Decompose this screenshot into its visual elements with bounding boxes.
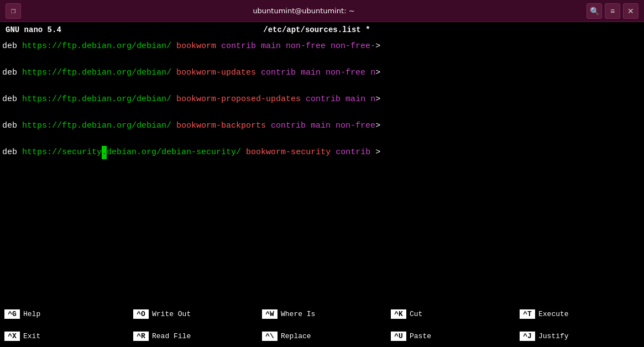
shortcut-label: Read File xyxy=(152,332,191,340)
text-span: > xyxy=(375,93,380,106)
editor-line: deb https://ftp.debian.org/debian/ bookw… xyxy=(0,66,644,80)
close-icon: ✕ xyxy=(627,7,634,15)
text-span: deb xyxy=(2,119,22,133)
text-span: debian.org/debian-security/ xyxy=(107,146,241,159)
nano-version: GNU nano 5.4 xyxy=(6,25,61,34)
shortcut-label: Replace xyxy=(281,332,311,340)
text-span: contrib main non-free n xyxy=(256,66,375,80)
shortcut-item[interactable]: ^\Replace xyxy=(258,325,386,347)
window-title: ubuntumint@ubuntumint: ~ xyxy=(21,7,587,15)
titlebar-controls: 🔍 ≡ ✕ xyxy=(587,3,638,19)
shortcut-key: ^G xyxy=(4,309,20,319)
shortcut-label: Execute xyxy=(538,310,569,318)
text-span: deb xyxy=(2,93,22,106)
text-span: contrib main non-free xyxy=(266,119,375,133)
shortcut-item[interactable]: ^OWrite Out xyxy=(129,303,258,325)
close-button[interactable]: ✕ xyxy=(623,3,638,19)
shortcut-label: Paste xyxy=(410,332,431,340)
maximize-button[interactable]: ❐ xyxy=(6,3,21,19)
text-span: > xyxy=(375,66,380,80)
text-span: contrib main n xyxy=(301,93,375,106)
titlebar-left: ❐ xyxy=(6,3,21,19)
editor-line xyxy=(0,106,644,119)
search-icon: 🔍 xyxy=(590,7,599,15)
editor-area[interactable]: deb https://ftp.debian.org/debian/ bookw… xyxy=(0,38,644,303)
shortcut-item[interactable]: ^RRead File xyxy=(129,325,258,347)
statusbar: ^GHelp^OWrite Out^WWhere Is^KCut^TExecut… xyxy=(0,303,644,347)
text-span: bookworm-proposed-updates xyxy=(171,93,301,106)
shortcut-label: Cut xyxy=(410,310,422,318)
shortcut-key: ^\ xyxy=(262,332,278,341)
shortcut-item[interactable]: ^UPaste xyxy=(386,325,515,347)
shortcut-item[interactable]: ^KCut xyxy=(386,303,515,325)
text-span: . xyxy=(102,146,107,159)
text-span: bookworm-security xyxy=(241,146,331,159)
shortcut-label: Write Out xyxy=(152,310,191,318)
maximize-icon: ❐ xyxy=(11,6,15,15)
titlebar: ❐ ubuntumint@ubuntumint: ~ 🔍 ≡ ✕ xyxy=(0,0,644,22)
shortcut-label: Help xyxy=(23,310,40,318)
menu-icon: ≡ xyxy=(610,7,615,15)
editor-line: deb https://ftp.debian.org/debian/ bookw… xyxy=(0,93,644,106)
text-span: > xyxy=(375,146,380,159)
shortcut-label: Justify xyxy=(538,332,569,340)
editor-line: deb https://ftp.debian.org/debian/ bookw… xyxy=(0,119,644,133)
search-button[interactable]: 🔍 xyxy=(587,3,602,19)
shortcut-key: ^X xyxy=(4,332,20,341)
editor-line xyxy=(0,53,644,66)
shortcut-key: ^R xyxy=(133,332,149,341)
shortcut-key: ^T xyxy=(520,309,535,319)
editor-line: deb https://ftp.debian.org/debian/ bookw… xyxy=(0,40,644,53)
shortcut-key: ^W xyxy=(262,309,278,319)
nano-header: GNU nano 5.4 /etc/apt/sources.list * xyxy=(0,22,644,38)
text-span: contrib main non-free non-free- xyxy=(216,40,375,53)
editor-line: deb https://security.debian.org/debian-s… xyxy=(0,146,644,159)
text-span: bookworm xyxy=(171,40,216,53)
text-span: https://ftp.debian.org/debian/ xyxy=(22,93,171,106)
text-span: > xyxy=(375,119,380,133)
text-span: > xyxy=(375,40,380,53)
shortcut-item[interactable]: ^XExit xyxy=(0,325,129,347)
text-span: bookworm-backports xyxy=(171,119,266,133)
shortcut-label: Exit xyxy=(23,332,40,340)
menu-button[interactable]: ≡ xyxy=(605,3,620,19)
text-span: https://ftp.debian.org/debian/ xyxy=(22,40,171,53)
editor-line xyxy=(0,133,644,146)
text-span: deb xyxy=(2,66,22,80)
shortcut-item[interactable]: ^GHelp xyxy=(0,303,129,325)
shortcut-item[interactable]: ^JJustify xyxy=(515,325,644,347)
text-span: bookworm-updates xyxy=(171,66,256,80)
editor-line xyxy=(0,80,644,93)
nano-filename: /etc/apt/sources.list * xyxy=(61,25,572,34)
text-span: deb xyxy=(2,40,22,53)
text-span: https://ftp.debian.org/debian/ xyxy=(22,66,171,80)
text-span: deb xyxy=(2,146,22,159)
shortcut-key: ^O xyxy=(133,309,149,319)
shortcut-key: ^J xyxy=(520,332,535,341)
shortcut-label: Where Is xyxy=(281,310,315,318)
text-span: contrib xyxy=(331,146,375,159)
shortcut-key: ^U xyxy=(391,332,406,341)
text-span: https://security xyxy=(22,146,102,159)
shortcut-key: ^K xyxy=(391,309,406,319)
shortcut-item[interactable]: ^TExecute xyxy=(515,303,644,325)
text-span: https://ftp.debian.org/debian/ xyxy=(22,119,171,133)
shortcut-item[interactable]: ^WWhere Is xyxy=(258,303,386,325)
